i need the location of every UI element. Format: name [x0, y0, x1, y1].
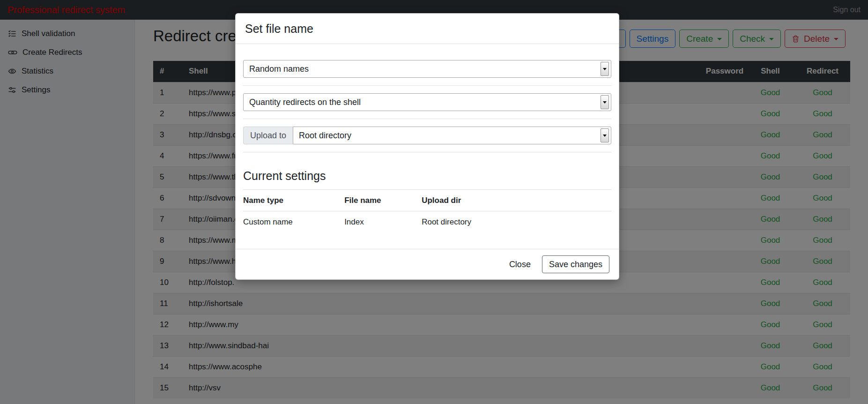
select-arrow-icon [601, 62, 609, 76]
set-file-name-modal: Set file name Random names Quantity redi… [235, 13, 619, 280]
name-type-select-value: Random names [249, 64, 309, 74]
divider [243, 85, 611, 86]
settings-col-name-type: Name type [243, 190, 344, 211]
upload-to-group: Upload to Root directory [243, 127, 611, 144]
upload-to-label: Upload to [243, 127, 293, 144]
name-type-select[interactable]: Random names [243, 60, 611, 78]
settings-value-row: Custom name Index Root directory [243, 211, 611, 233]
close-button[interactable]: Close [504, 255, 535, 273]
divider [243, 152, 611, 152]
select-arrow-icon [601, 128, 609, 142]
quantity-select-value: Quantity redirects on the shell [249, 97, 361, 107]
modal-footer: Close Save changes [236, 249, 619, 279]
select-arrow-icon [601, 95, 609, 109]
upload-dir-select[interactable]: Root directory [293, 127, 611, 144]
settings-header-row: Name type File name Upload dir [243, 190, 611, 211]
save-changes-button[interactable]: Save changes [542, 255, 609, 273]
modal-title: Set file name [245, 22, 609, 36]
divider [243, 119, 611, 119]
upload-dir-select-value: Root directory [299, 131, 351, 141]
current-settings-table: Name type File name Upload dir Custom na… [243, 189, 611, 232]
modal-header: Set file name [236, 14, 619, 44]
current-settings-heading: Current settings [243, 169, 611, 183]
quantity-select[interactable]: Quantity redirects on the shell [243, 93, 611, 111]
settings-upload-dir-value: Root directory [422, 211, 611, 233]
settings-col-file-name: File name [344, 190, 422, 211]
modal-body: Random names Quantity redirects on the s… [236, 44, 619, 232]
settings-file-name-value: Index [344, 211, 422, 233]
settings-name-type-value: Custom name [243, 211, 344, 233]
settings-col-upload-dir: Upload dir [422, 190, 611, 211]
